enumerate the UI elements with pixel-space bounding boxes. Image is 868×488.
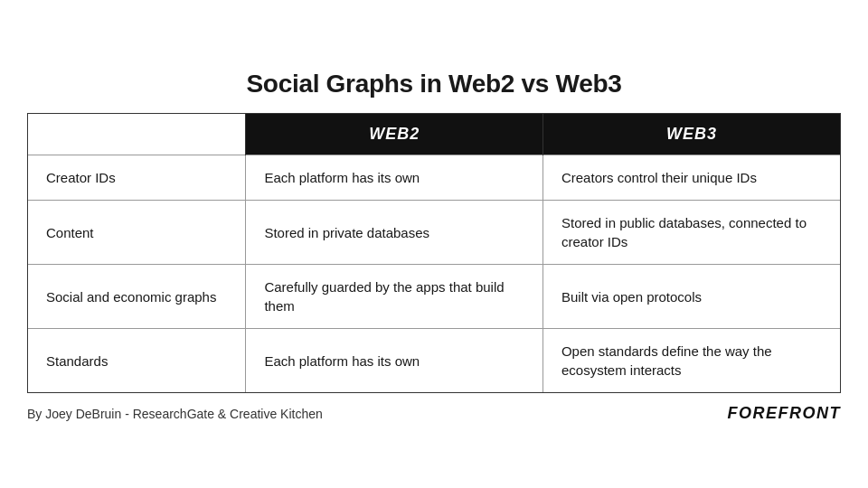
table-row: Creator IDs Each platform has its own Cr…	[28, 155, 840, 201]
table-row: Standards Each platform has its own Open…	[28, 329, 840, 393]
row-web3-value: Stored in public databases, connected to…	[542, 201, 840, 265]
header-web3: WEB3	[542, 114, 840, 155]
row-web2-value: Carefully guarded by the apps that build…	[246, 265, 543, 329]
row-web2-value: Each platform has its own	[246, 329, 543, 393]
page-title: Social Graphs in Web2 vs Web3	[246, 70, 621, 99]
row-category: Social and economic graphs	[28, 265, 246, 329]
header-web2: WEB2	[246, 114, 543, 155]
row-category: Standards	[28, 329, 246, 393]
table-row: Content Stored in private databases Stor…	[28, 201, 840, 265]
row-web3-value: Creators control their unique IDs	[542, 155, 840, 201]
row-web2-value: Each platform has its own	[246, 155, 543, 201]
row-web2-value: Stored in private databases	[246, 201, 543, 265]
row-web3-value: Built via open protocols	[542, 265, 840, 329]
header-category	[28, 114, 246, 155]
footer: By Joey DeBruin - ResearchGate & Creativ…	[27, 404, 841, 423]
row-web3-value: Open standards define the way the ecosys…	[542, 329, 840, 393]
footer-brand: FOREFRONT	[728, 404, 842, 423]
comparison-table: WEB2 WEB3 Creator IDs Each platform has …	[27, 113, 841, 393]
footer-credit: By Joey DeBruin - ResearchGate & Creativ…	[27, 407, 323, 421]
row-category: Creator IDs	[28, 155, 246, 201]
table-row: Social and economic graphs Carefully gua…	[28, 265, 840, 329]
table-header-row: WEB2 WEB3	[28, 114, 840, 155]
row-category: Content	[28, 201, 246, 265]
